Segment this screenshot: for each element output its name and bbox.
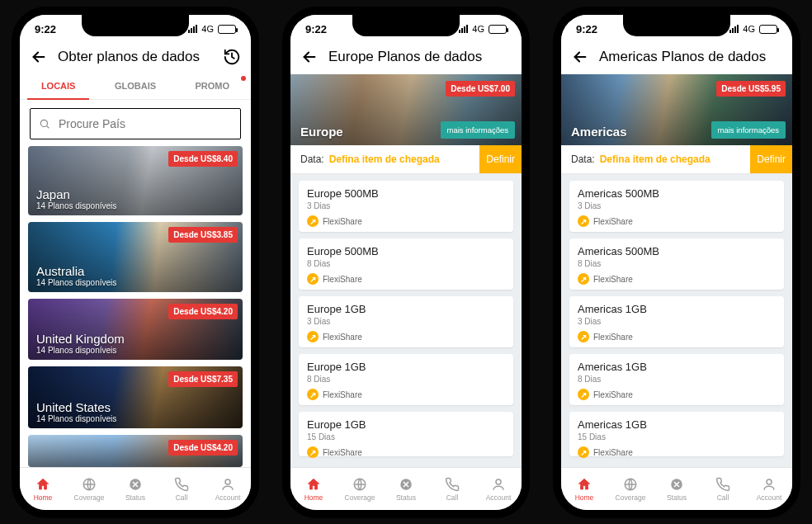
plan-title: Europe 500MB [307,187,505,200]
nav-account[interactable]: Account [746,468,792,510]
date-label: Data: [290,145,329,173]
plan-title: Europe 1GB [307,361,505,373]
date-label: Data: [561,145,600,173]
back-button[interactable] [571,48,589,66]
plans-list[interactable]: Europe 500MB 3 Dias FlexiShare Europe 50… [290,174,522,467]
nav-status[interactable]: Status [383,468,429,510]
price-tag: Desde US$4.20 [168,304,238,319]
status-icon [669,477,684,492]
nav-home[interactable]: Home [561,468,607,510]
phone-2-europe: 9:22 4G Europe Planos de dados Desde US$… [282,7,530,518]
country-card-more[interactable]: Desde US$4.20 [28,435,243,467]
history-button[interactable] [223,48,241,66]
country-card-us[interactable]: Desde US$7.35 United States 14 Planos di… [28,366,243,428]
status-right: 4G [188,24,236,34]
plan-card[interactable]: Americas 500MB 3 Dias FlexiShare [569,181,784,232]
price-tag: Desde US$8.40 [168,151,238,167]
define-button[interactable]: Definir [479,145,522,173]
country-list[interactable]: Desde US$8.40 Japan 14 Planos disponívei… [20,146,251,467]
status-time: 9:22 [35,23,56,35]
country-card-japan[interactable]: Desde US$8.40 Japan 14 Planos disponívei… [28,146,243,215]
hero-name: Europe [300,125,343,139]
nav-status[interactable]: Status [654,468,700,510]
notch [82,15,189,36]
country-card-uk[interactable]: Desde US$4.20 United Kingdom 14 Planos d… [28,299,243,361]
plan-card[interactable]: Americas 1GB 8 Dias FlexiShare [569,354,784,405]
plan-card[interactable]: Americas 1GB 3 Dias FlexiShare [569,296,784,347]
nav-home[interactable]: Home [20,468,66,510]
plan-card[interactable]: Europe 1GB 3 Dias FlexiShare [299,296,513,347]
svg-point-4 [225,479,230,484]
price-tag: Desde US$5.95 [716,81,786,97]
nav-account[interactable]: Account [475,468,522,510]
plan-card[interactable]: Europe 500MB 8 Dias FlexiShare [299,238,513,290]
search-input[interactable] [30,108,241,139]
status-icon [399,477,413,492]
date-value[interactable]: Defina item de chegada [600,153,751,165]
app-header: Obter planos de dados [20,43,251,74]
call-icon [445,477,460,492]
hero-americas: Desde US$5.95 Americas mais informações [561,74,792,145]
back-button[interactable] [300,48,319,66]
country-name: United States [36,400,234,414]
plan-card[interactable]: Europe 1GB 8 Dias FlexiShare [299,354,513,405]
call-icon [715,477,730,492]
nav-call[interactable]: Call [158,468,205,510]
plan-card[interactable]: Europe 1GB 15 Dias FlexiShare [299,412,513,456]
status-network: 4G [472,24,484,34]
country-plans: 14 Planos disponíveis [36,278,234,287]
call-icon [174,477,189,492]
nav-coverage[interactable]: Coverage [66,468,112,510]
plan-days: 8 Dias [578,259,776,268]
tabbar: LOCAIS GLOBAIS PROMO [20,74,251,100]
date-row: Data: Defina item de chegada Definir [290,145,522,174]
svg-line-1 [47,126,50,129]
tab-promo[interactable]: PROMO [174,74,251,99]
country-plans: 14 Planos disponíveis [36,414,234,423]
plan-flexishare: FlexiShare [578,389,776,400]
plans-list[interactable]: Americas 500MB 3 Dias FlexiShare America… [561,174,792,467]
nav-home[interactable]: Home [290,468,337,510]
plan-card[interactable]: Europe 500MB 3 Dias FlexiShare [299,181,513,232]
plan-card[interactable]: Americas 1GB 15 Dias FlexiShare [569,412,784,456]
plan-card[interactable]: Americas 500MB 8 Dias FlexiShare [569,238,784,290]
plan-days: 15 Dias [307,432,505,441]
plan-days: 3 Dias [578,201,776,210]
plan-title: Europe 500MB [307,245,505,257]
define-button[interactable]: Definir [750,145,792,173]
plan-days: 15 Dias [578,432,776,441]
plan-days: 3 Dias [307,201,505,210]
nav-call[interactable]: Call [700,468,746,510]
flexishare-icon [578,389,589,400]
status-icon [128,477,143,492]
nav-account[interactable]: Account [205,468,251,510]
plan-title: Americas 1GB [578,361,776,373]
tab-globais[interactable]: GLOBAIS [97,74,173,99]
price-tag: Desde US$4.20 [168,440,238,456]
nav-coverage[interactable]: Coverage [607,468,654,510]
flexishare-icon [578,446,589,458]
flexishare-icon [578,215,589,227]
tab-locais[interactable]: LOCAIS [20,74,97,99]
screen-obter-planos: Obter planos de dados LOCAIS GLOBAIS PRO… [20,43,251,510]
screen-americas-planos: Americas Planos de dados Desde US$5.95 A… [561,43,792,510]
nav-status[interactable]: Status [112,468,158,510]
country-name: Japan [36,187,234,201]
battery-icon [489,25,507,34]
nav-coverage[interactable]: Coverage [337,468,383,510]
more-info-button[interactable]: mais informações [441,121,515,139]
account-icon [491,477,506,492]
status-network: 4G [201,24,214,34]
plan-flexishare: FlexiShare [578,331,776,342]
account-icon [220,477,235,492]
price-tag: Desde US$3.85 [168,227,238,243]
search-field[interactable] [57,116,232,131]
nav-call[interactable]: Call [429,468,475,510]
plan-flexishare: FlexiShare [307,273,505,285]
more-info-button[interactable]: mais informações [711,121,786,139]
search-icon [39,118,50,130]
back-button[interactable] [30,48,48,66]
page-title: Obter planos de dados [58,49,200,65]
country-card-australia[interactable]: Desde US$3.85 Australia 14 Planos dispon… [28,222,243,291]
date-value[interactable]: Defina item de chegada [329,153,480,165]
